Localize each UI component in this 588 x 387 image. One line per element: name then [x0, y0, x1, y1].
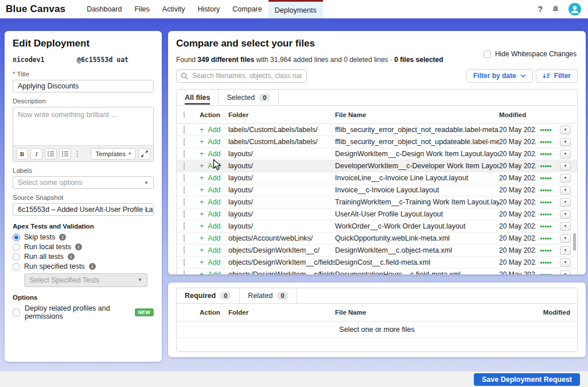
modified-cell: 20 May 2022: [499, 258, 536, 266]
filter-button[interactable]: Filter: [536, 69, 578, 83]
caret-down-icon: ▼: [563, 140, 567, 144]
file-name-cell: fflib_security_error_object_not_readable…: [335, 126, 499, 134]
add-file-button[interactable]: +Add: [200, 198, 228, 206]
add-file-button[interactable]: +Add: [200, 186, 228, 194]
tab-required[interactable]: Required 0: [177, 288, 240, 303]
add-file-button[interactable]: +Add: [200, 246, 228, 254]
add-file-button[interactable]: +Add: [200, 258, 228, 266]
deploy-related-checkbox-row[interactable]: Deploy related profiles and permissions …: [13, 304, 154, 320]
row-options-button[interactable]: ▼: [560, 270, 571, 275]
radio-circle[interactable]: [13, 263, 20, 270]
help-icon[interactable]: ?: [538, 5, 543, 14]
row-options-button[interactable]: ▼: [560, 138, 571, 146]
row-checkbox[interactable]: [184, 270, 185, 274]
filter-by-date-button[interactable]: Filter by date: [466, 69, 533, 83]
bell-icon[interactable]: [551, 5, 560, 14]
templates-dropdown[interactable]: Templates ▾: [91, 148, 136, 160]
row-options-button[interactable]: ▼: [560, 186, 571, 195]
column-file-name: File Name: [335, 111, 499, 118]
radio-run-local-tests[interactable]: Run local tests i: [13, 243, 154, 251]
row-checkbox[interactable]: [184, 258, 185, 266]
radio-circle[interactable]: [13, 253, 20, 261]
info-icon[interactable]: i: [75, 243, 82, 250]
row-options-button[interactable]: ▼: [560, 174, 571, 183]
title-input[interactable]: [13, 80, 154, 92]
table-scrollbar-thumb[interactable]: [573, 233, 576, 251]
radio-circle[interactable]: [13, 243, 20, 251]
row-checkbox[interactable]: [184, 174, 185, 182]
add-file-button[interactable]: +Add: [200, 174, 228, 182]
row-options-button[interactable]: ▼: [560, 258, 571, 267]
row-options-button[interactable]: ▼: [560, 222, 571, 231]
row-checkbox[interactable]: [184, 222, 185, 230]
plus-icon: +: [200, 210, 204, 218]
hide-whitespace-checkbox[interactable]: [484, 51, 491, 58]
info-icon[interactable]: i: [68, 253, 75, 260]
save-deployment-button[interactable]: Save Deployment Request: [474, 373, 580, 386]
radio-skip-tests[interactable]: Skip tests i: [13, 233, 154, 241]
add-file-button[interactable]: +Add: [200, 270, 228, 274]
row-checkbox[interactable]: [184, 234, 185, 242]
row-options-button[interactable]: ▼: [560, 198, 571, 207]
italic-button[interactable]: I: [30, 148, 42, 160]
row-options-button[interactable]: ▼: [560, 234, 571, 243]
app-root: Blue Canvas Dashboard Files Activity His…: [0, 0, 588, 387]
bold-button[interactable]: B: [16, 148, 28, 160]
row-options-button[interactable]: ▼: [560, 126, 571, 134]
modified-cell: 20 May 2022: [499, 234, 536, 242]
nav-item-deployments[interactable]: Deployments: [268, 0, 323, 18]
tab-all-files[interactable]: All files: [177, 90, 219, 105]
search-input[interactable]: [176, 69, 307, 83]
add-file-button[interactable]: +Add: [200, 222, 228, 230]
info-icon[interactable]: i: [89, 263, 96, 270]
add-file-button[interactable]: +Add: [200, 210, 228, 218]
source-snapshot-select[interactable]: 6c15553d – Added UserAlt-User Profile La…: [13, 203, 154, 216]
labels-select[interactable]: Select some options ▼: [13, 176, 154, 189]
more-options-icon[interactable]: ⋮: [73, 148, 81, 160]
files-tabs: All files Selected 0: [177, 90, 577, 106]
expand-editor-button[interactable]: [138, 148, 150, 160]
tab-related[interactable]: Related 0: [240, 288, 297, 303]
ordered-list-button[interactable]: [45, 148, 57, 160]
tab-selected[interactable]: Selected 0: [219, 90, 279, 105]
diff-indicator: [536, 262, 560, 264]
add-file-button[interactable]: +Add: [200, 162, 228, 170]
select-all-checkbox[interactable]: [184, 111, 185, 118]
nav-item-history[interactable]: History: [191, 0, 226, 18]
specified-tests-select[interactable]: Select Specified Tests ▼: [24, 273, 147, 287]
nav-item-compare[interactable]: Compare: [226, 0, 268, 18]
row-options-button[interactable]: ▼: [560, 162, 571, 171]
unordered-list-button[interactable]: [59, 148, 71, 160]
nav-item-activity[interactable]: Activity: [156, 0, 192, 18]
row-options-button[interactable]: ▼: [560, 210, 571, 219]
modified-cell: 20 May 2022: [499, 150, 536, 158]
row-checkbox[interactable]: [184, 210, 185, 218]
add-label: Add: [208, 246, 220, 254]
row-checkbox[interactable]: [184, 126, 185, 134]
add-file-button[interactable]: +Add: [200, 138, 228, 146]
nav-item-files[interactable]: Files: [128, 0, 155, 18]
hide-whitespace-row[interactable]: Hide Whitespace Changes: [484, 50, 577, 58]
row-checkbox[interactable]: [184, 246, 185, 254]
add-file-button[interactable]: +Add: [200, 234, 228, 242]
add-file-button[interactable]: +Add: [200, 150, 228, 158]
nav-item-dashboard[interactable]: Dashboard: [80, 0, 128, 18]
row-checkbox[interactable]: [184, 162, 185, 170]
row-checkbox[interactable]: [184, 198, 185, 206]
description-textarea[interactable]: [13, 107, 153, 145]
info-icon[interactable]: i: [59, 234, 66, 241]
add-file-button[interactable]: +Add: [200, 126, 228, 134]
row-checkbox[interactable]: [184, 138, 185, 146]
radio-run-all-tests[interactable]: Run all tests i: [13, 253, 154, 261]
filter-by-date-label: Filter by date: [473, 72, 516, 80]
edit-deployment-panel: Edit Deployment nicodev1 @6c15553d uat *…: [5, 31, 162, 362]
radio-run-specified-tests[interactable]: Run specified tests i: [13, 262, 154, 270]
deploy-related-checkbox[interactable]: [13, 309, 20, 316]
row-checkbox[interactable]: [184, 150, 185, 158]
row-options-button[interactable]: ▼: [560, 246, 571, 255]
user-avatar[interactable]: [568, 3, 581, 16]
column-modified: Modified: [524, 309, 570, 316]
row-options-button[interactable]: ▼: [560, 150, 571, 158]
row-checkbox[interactable]: [184, 186, 185, 194]
radio-circle[interactable]: [13, 234, 20, 241]
